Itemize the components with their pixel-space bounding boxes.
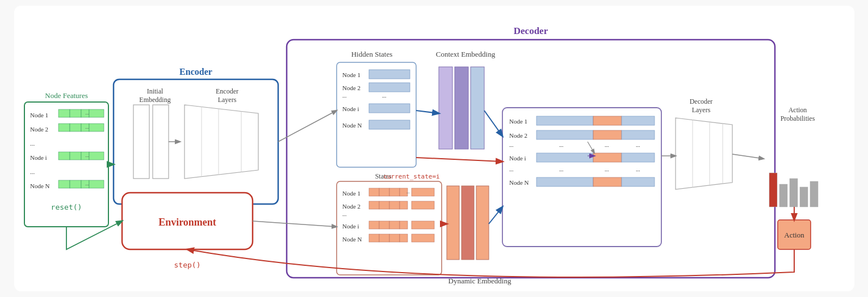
svg-rect-62	[389, 188, 400, 196]
svg-line-130	[588, 142, 594, 153]
svg-rect-112	[593, 177, 622, 186]
svg-rect-70	[400, 201, 408, 209]
svg-text:···: ···	[85, 154, 89, 159]
decoder-label: Decoder	[513, 26, 548, 36]
svg-text:Node i: Node i	[30, 154, 47, 161]
svg-text:···: ···	[509, 168, 514, 174]
svg-rect-21	[89, 152, 104, 160]
svg-rect-97	[622, 130, 655, 139]
svg-rect-18	[70, 152, 81, 160]
svg-text:Node 1: Node 1	[509, 118, 527, 125]
svg-rect-74	[369, 221, 379, 229]
svg-text:Embedding: Embedding	[139, 96, 170, 104]
svg-rect-23	[70, 180, 81, 188]
svg-rect-54	[455, 67, 468, 149]
svg-rect-61	[379, 188, 389, 196]
svg-text:···: ···	[85, 182, 89, 188]
svg-rect-91	[536, 116, 593, 125]
svg-rect-88	[476, 186, 489, 260]
svg-text:Node i: Node i	[509, 155, 526, 162]
svg-rect-71	[412, 201, 434, 209]
svg-marker-117	[676, 118, 732, 189]
svg-rect-83	[400, 234, 408, 242]
svg-rect-95	[536, 130, 593, 139]
svg-text:Probabilities: Probabilities	[780, 114, 815, 122]
svg-rect-126	[800, 187, 808, 207]
svg-text:···: ···	[605, 168, 609, 174]
svg-text:Node 1: Node 1	[30, 112, 48, 118]
svg-text:...: ...	[30, 140, 35, 147]
svg-text:···: ···	[605, 143, 609, 150]
svg-rect-11	[89, 109, 104, 117]
encoder-label: Encoder	[179, 67, 212, 77]
svg-text:···: ···	[85, 125, 89, 131]
svg-text:current_state=i: current_state=i	[383, 173, 439, 180]
svg-text:···: ···	[559, 168, 564, 174]
svg-rect-81	[379, 234, 389, 242]
svg-text:···: ···	[85, 111, 89, 117]
svg-rect-111	[536, 177, 593, 186]
svg-rect-92	[593, 116, 622, 125]
svg-text:Node N: Node N	[342, 122, 362, 129]
svg-text:Node N: Node N	[342, 236, 362, 243]
svg-rect-84	[412, 234, 434, 242]
svg-text:Node 2: Node 2	[342, 203, 360, 210]
svg-rect-68	[379, 201, 389, 209]
diagram-container: Node Features Node 1 Node 2 ... Node i .…	[14, 6, 854, 291]
svg-rect-82	[389, 234, 400, 242]
svg-text:Node 1: Node 1	[342, 71, 360, 78]
svg-text:Layers: Layers	[691, 106, 710, 114]
svg-rect-43	[369, 70, 410, 79]
svg-rect-7	[58, 109, 70, 117]
svg-rect-53	[439, 67, 452, 149]
svg-text:Node i: Node i	[342, 223, 359, 230]
svg-rect-8	[70, 109, 81, 117]
svg-text:Node N: Node N	[30, 183, 50, 189]
svg-rect-105	[622, 153, 655, 162]
svg-text:Encoder: Encoder	[216, 87, 238, 95]
svg-text:···: ···	[382, 94, 387, 100]
node-features-label: Node Features	[45, 91, 87, 100]
svg-text:Decoder: Decoder	[689, 97, 712, 105]
svg-rect-124	[779, 184, 787, 207]
svg-rect-32	[133, 105, 149, 179]
svg-text:Action: Action	[788, 106, 807, 114]
svg-rect-13	[70, 124, 81, 131]
svg-rect-45	[369, 83, 410, 92]
svg-text:Node 2: Node 2	[342, 84, 360, 91]
svg-rect-55	[471, 67, 484, 149]
svg-text:Node N: Node N	[509, 179, 529, 186]
svg-text:···: ···	[636, 143, 640, 150]
svg-rect-67	[369, 201, 379, 209]
svg-rect-93	[622, 116, 655, 125]
svg-rect-22	[58, 180, 70, 188]
svg-text:Node i: Node i	[342, 105, 359, 112]
svg-rect-87	[462, 186, 474, 260]
svg-rect-12	[58, 124, 70, 131]
svg-rect-51	[369, 120, 410, 129]
svg-text:···: ···	[636, 168, 640, 174]
svg-rect-113	[622, 177, 655, 186]
svg-rect-26	[89, 180, 104, 188]
svg-rect-96	[593, 130, 622, 139]
svg-text:···: ···	[342, 213, 347, 219]
svg-text:Context Embedding: Context Embedding	[435, 50, 495, 58]
svg-text:Node 1: Node 1	[342, 190, 360, 197]
svg-rect-69	[389, 201, 400, 209]
svg-rect-65	[412, 188, 434, 196]
svg-rect-104	[593, 153, 622, 162]
svg-text:···: ···	[559, 143, 564, 150]
svg-rect-103	[536, 153, 593, 162]
environment-label: Environment	[158, 217, 216, 228]
svg-text:...: ...	[30, 168, 35, 175]
svg-rect-125	[790, 179, 798, 207]
svg-text:···: ···	[509, 143, 514, 150]
svg-text:···: ···	[406, 190, 410, 196]
svg-rect-123	[769, 173, 777, 207]
svg-text:Dynamic Embedding: Dynamic Embedding	[448, 277, 511, 285]
svg-text:Initial: Initial	[146, 87, 163, 95]
svg-text:···: ···	[342, 94, 347, 100]
svg-rect-89	[502, 108, 661, 247]
svg-rect-80	[369, 234, 379, 242]
svg-rect-127	[810, 181, 818, 207]
